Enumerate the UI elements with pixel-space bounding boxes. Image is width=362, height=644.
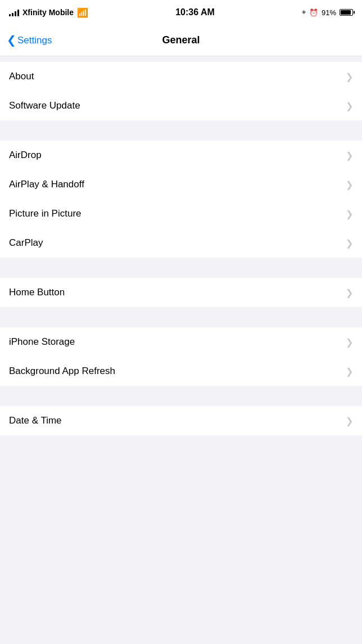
page-title: General	[162, 34, 200, 46]
chevron-right-icon: ❯	[346, 101, 353, 111]
item-label: AirDrop	[9, 150, 42, 161]
top-spacer	[0, 56, 362, 62]
chevron-right-icon: ❯	[346, 150, 353, 161]
chevron-right-icon: ❯	[346, 179, 353, 190]
list-item-airplay-handoff[interactable]: AirPlay & Handoff ❯	[0, 170, 362, 199]
nav-bar: ❮ Settings General	[0, 25, 362, 56]
section-spacer	[0, 120, 362, 141]
section-5: Date & Time ❯	[0, 406, 362, 435]
bottom-spacer	[0, 435, 362, 469]
item-label: Software Update	[9, 100, 80, 111]
chevron-right-icon: ❯	[346, 209, 353, 219]
wifi-icon: 📶	[77, 7, 88, 18]
item-label: Background App Refresh	[9, 366, 115, 377]
list-item[interactable]: Home Button ❯	[0, 278, 362, 307]
status-time: 10:36 AM	[175, 7, 215, 17]
chevron-right-icon: ❯	[346, 287, 353, 298]
item-label: CarPlay	[9, 237, 43, 249]
list-item[interactable]: Background App Refresh ❯	[0, 357, 362, 386]
list-item[interactable]: About ❯	[0, 62, 362, 91]
chevron-right-icon: ❯	[346, 71, 353, 82]
location-icon: ⌖	[302, 8, 306, 17]
section-2: AirDrop ❯ AirPlay & Handoff ❯ Picture in…	[0, 141, 362, 258]
back-button[interactable]: ❮ Settings	[7, 35, 52, 46]
battery-icon	[340, 9, 353, 16]
chevron-right-icon: ❯	[346, 337, 353, 348]
item-label: Date & Time	[9, 415, 62, 426]
section-4: iPhone Storage ❯ Background App Refresh …	[0, 327, 362, 386]
section-spacer	[0, 258, 362, 278]
status-right: ⌖ ⏰ 91%	[302, 8, 353, 17]
list-item[interactable]: Software Update ❯	[0, 91, 362, 120]
back-chevron-icon: ❮	[7, 34, 16, 46]
status-left: Xfinity Mobile 📶	[9, 7, 88, 18]
carrier-label: Xfinity Mobile	[22, 8, 74, 17]
item-label: Home Button	[9, 287, 65, 298]
section-3: Home Button ❯	[0, 278, 362, 307]
item-label: About	[9, 71, 34, 82]
status-bar: Xfinity Mobile 📶 10:36 AM ⌖ ⏰ 91%	[0, 0, 362, 25]
list-item[interactable]: Date & Time ❯	[0, 406, 362, 435]
section-1: About ❯ Software Update ❯	[0, 62, 362, 120]
list-item[interactable]: Picture in Picture ❯	[0, 199, 362, 228]
list-item[interactable]: AirDrop ❯	[0, 141, 362, 170]
section-spacer	[0, 307, 362, 327]
signal-bars-icon	[9, 8, 19, 16]
alarm-icon: ⏰	[309, 8, 318, 17]
chevron-right-icon: ❯	[346, 238, 353, 249]
chevron-right-icon: ❯	[346, 366, 353, 377]
battery-percent-label: 91%	[322, 8, 336, 17]
list-item[interactable]: CarPlay ❯	[0, 228, 362, 258]
section-spacer	[0, 386, 362, 406]
item-label: AirPlay & Handoff	[9, 179, 84, 190]
back-label: Settings	[17, 35, 52, 46]
list-item[interactable]: iPhone Storage ❯	[0, 327, 362, 357]
item-label: iPhone Storage	[9, 336, 75, 348]
item-label: Picture in Picture	[9, 208, 82, 219]
chevron-right-icon: ❯	[346, 416, 353, 426]
